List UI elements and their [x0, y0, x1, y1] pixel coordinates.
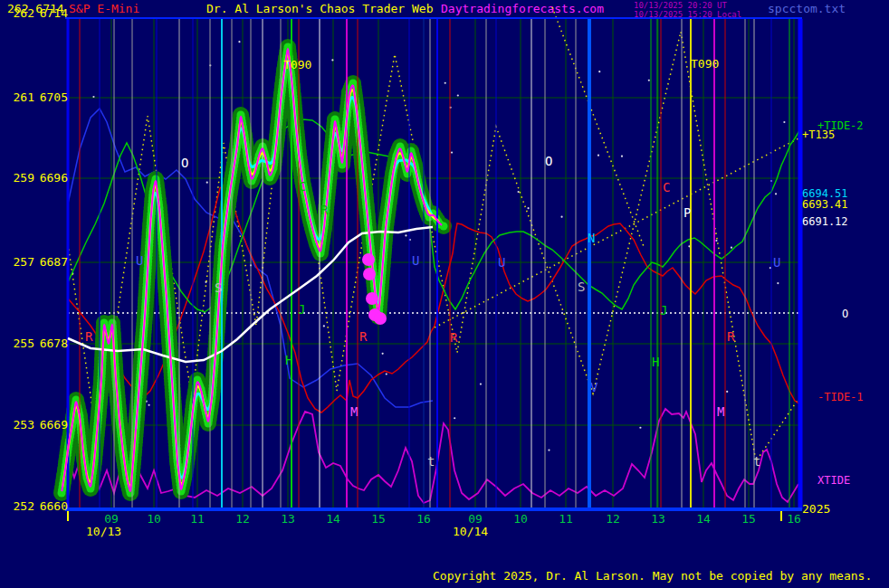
- astro-letter-u: U: [412, 253, 419, 268]
- star-dot: [444, 82, 446, 84]
- star-dot: [206, 182, 208, 184]
- astro-letter-c: C: [299, 179, 306, 194]
- y-axis-left-tick: 253: [14, 418, 34, 432]
- right-label: -TIDE-1: [817, 391, 864, 403]
- star-dot: [451, 151, 453, 153]
- hour-label: 15: [741, 512, 756, 526]
- astro-letter-h: H: [652, 355, 659, 369]
- hour-label: 09: [104, 512, 119, 526]
- star-dot: [775, 193, 777, 194]
- y-axis-right-tick: 6687: [40, 255, 68, 269]
- astro-letter-j: J: [298, 302, 305, 317]
- right-label: +T135: [802, 128, 835, 141]
- hour-label: 10: [513, 512, 528, 526]
- hour-label: 12: [606, 512, 620, 526]
- astro-letter-t: t: [427, 454, 435, 469]
- star-dot: [382, 353, 384, 355]
- y-axis-right-tick: 6669: [40, 418, 68, 432]
- t090-label: T090: [283, 58, 311, 71]
- star-dot: [731, 247, 732, 249]
- astro-letter-p: P: [683, 205, 691, 220]
- magenta-dot: [374, 312, 387, 325]
- astro-letter-h: H: [285, 353, 292, 367]
- magenta-dot: [362, 253, 375, 266]
- astro-letter-r: R: [320, 203, 329, 217]
- astro-letter-r: R: [727, 329, 735, 344]
- hour-label: 09: [468, 512, 483, 526]
- star-dot: [648, 80, 650, 81]
- right-label: XTIDE: [817, 474, 850, 487]
- hour-label: 14: [696, 512, 711, 526]
- y-axis-left-tick: 259: [14, 171, 34, 185]
- hour-label: 15: [371, 512, 386, 526]
- y-axis-left-tick: 261: [14, 90, 34, 104]
- magenta-dot: [363, 268, 376, 280]
- chart-canvas: OOSSUUUUNRRRRCCRPJJHHMMttVT090T090+TIDE-…: [0, 0, 889, 588]
- star-dot: [457, 94, 459, 96]
- star-dot: [548, 449, 550, 450]
- star-dot: [331, 59, 333, 61]
- star-dot: [621, 156, 623, 157]
- astro-letter-r: R: [85, 329, 93, 344]
- y-axis-right-tick: 6696: [40, 171, 68, 185]
- star-dot: [405, 234, 406, 236]
- y-axis-right-tick: 6714: [40, 6, 68, 20]
- hour-label: 13: [281, 512, 295, 526]
- astro-letter-s: S: [578, 280, 585, 294]
- hour-label: 13: [651, 512, 665, 526]
- star-dot: [454, 417, 455, 419]
- date-label: 10/14: [453, 525, 488, 538]
- star-dot: [783, 121, 785, 123]
- star-dot: [639, 427, 641, 429]
- star-dot: [726, 391, 728, 393]
- hour-label: 11: [559, 512, 573, 526]
- year-label: 2025: [802, 502, 830, 516]
- astro-letter-t: t: [753, 454, 760, 469]
- y-axis-right-tick: 6678: [40, 337, 68, 350]
- y-axis-right-tick: 6705: [40, 90, 68, 104]
- copyright-notice: Copyright 2025, Dr. Al Larson. May not b…: [433, 570, 872, 583]
- astro-letter-o: O: [545, 154, 552, 168]
- star-dot: [518, 191, 520, 193]
- hour-label: 12: [235, 512, 250, 526]
- star-dot: [148, 404, 149, 406]
- right-label: O: [842, 308, 848, 320]
- star-dot: [527, 207, 529, 209]
- star-dot: [598, 71, 600, 72]
- astro-letter-u: U: [498, 255, 505, 270]
- y-axis-left-tick: 252: [14, 499, 34, 513]
- hour-label: 11: [190, 512, 205, 526]
- magenta-dot: [366, 292, 378, 305]
- astro-letter-s: S: [215, 280, 222, 295]
- star-dot: [238, 41, 240, 43]
- y-axis-left-tick: 262: [14, 6, 34, 20]
- star-dot: [715, 240, 717, 242]
- star-dot: [92, 96, 94, 98]
- date-label: 10/13: [86, 525, 121, 538]
- y-axis-left-tick: 255: [14, 337, 34, 350]
- hour-label: 14: [326, 512, 340, 526]
- astro-letter-c: C: [663, 180, 670, 194]
- chaos-trader-chart-window: 262 6714 S&P E-Mini Dr. Al Larson's Chao…: [0, 0, 889, 588]
- star-dot: [560, 216, 562, 218]
- y-axis-right-tick: 6660: [40, 499, 68, 513]
- astro-letter-n: N: [588, 231, 595, 245]
- star-dot: [480, 384, 482, 385]
- star-dot: [597, 155, 599, 156]
- astro-letter-m: M: [717, 404, 724, 419]
- right-label: 6693.41: [802, 198, 848, 211]
- astro-letter-o: O: [181, 156, 188, 170]
- astro-letter-m: M: [350, 404, 358, 419]
- hour-label: 10: [147, 512, 161, 526]
- y-axis-left-tick: 257: [14, 255, 34, 269]
- astro-letter-v: V: [590, 380, 598, 394]
- star-dot: [777, 282, 779, 284]
- hour-label: 16: [787, 512, 801, 526]
- t090-label: T090: [691, 57, 719, 71]
- astro-letter-j: J: [660, 303, 667, 318]
- astro-letter-u: U: [136, 253, 143, 268]
- right-label: 6691.12: [802, 215, 848, 228]
- star-dot: [323, 325, 325, 327]
- astro-letter-r: R: [359, 329, 368, 344]
- hour-label: 16: [416, 512, 431, 526]
